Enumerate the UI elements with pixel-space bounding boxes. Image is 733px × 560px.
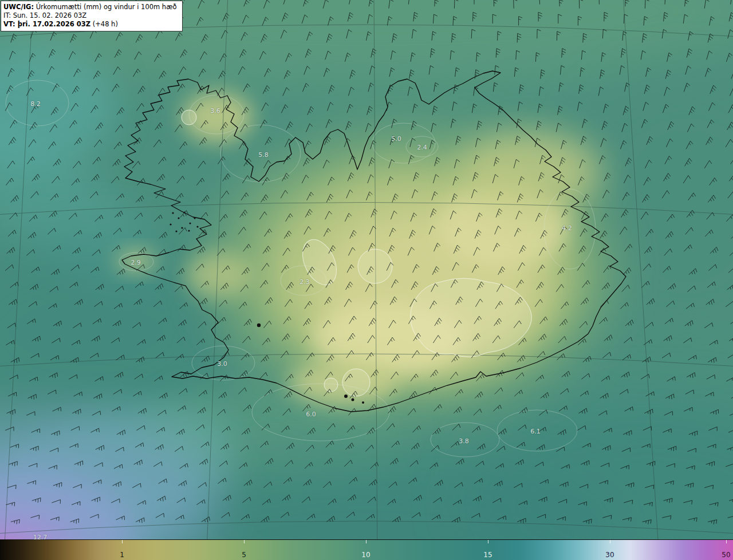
- colorbar-tick-label: 50: [722, 551, 730, 559]
- colorbar-tick-label: 5: [242, 551, 246, 559]
- colorbar-tickmark: [488, 540, 488, 543]
- header-init-line: IT: Sun. 15. 02. 2026 03Z: [3, 11, 177, 20]
- colorbar-tick-label: 1: [120, 551, 124, 559]
- colorbar-tickmark: [610, 540, 610, 543]
- header-title-line: UWC/IG: Úrkomumætti (mm) og vindur i 100…: [3, 3, 177, 11]
- header-valid-line: VT: þri. 17.02.2026 03Z (+48 h): [3, 20, 177, 29]
- map-title: Úrkomumætti (mm) og vindur i 100m hæð: [34, 3, 177, 11]
- colorbar-ticks: 1510153050: [0, 540, 733, 560]
- map-canvas: [0, 0, 733, 560]
- valid-time: VT: þri. 17.02.2026 03Z: [3, 20, 90, 28]
- colorbar-tickmark: [122, 540, 123, 543]
- colorbar-tickmark: [244, 540, 245, 543]
- colorbar: 1510153050: [0, 539, 733, 560]
- init-time: IT: Sun. 15. 02. 2026 03Z: [3, 11, 86, 19]
- model-name: UWC/IG:: [3, 3, 34, 11]
- lead-time: (+48 h): [90, 20, 118, 28]
- map-header: UWC/IG: Úrkomumætti (mm) og vindur i 100…: [1, 1, 183, 31]
- colorbar-tickmark: [366, 540, 366, 543]
- colorbar-tick-label: 10: [361, 551, 370, 559]
- weather-map-stage: 8.23.65.85.02.44.22.92.33.06.03.86.112.7…: [0, 0, 733, 560]
- colorbar-tick-label: 15: [483, 551, 492, 559]
- colorbar-tickmark: [726, 540, 727, 543]
- colorbar-tick-label: 30: [605, 551, 614, 559]
